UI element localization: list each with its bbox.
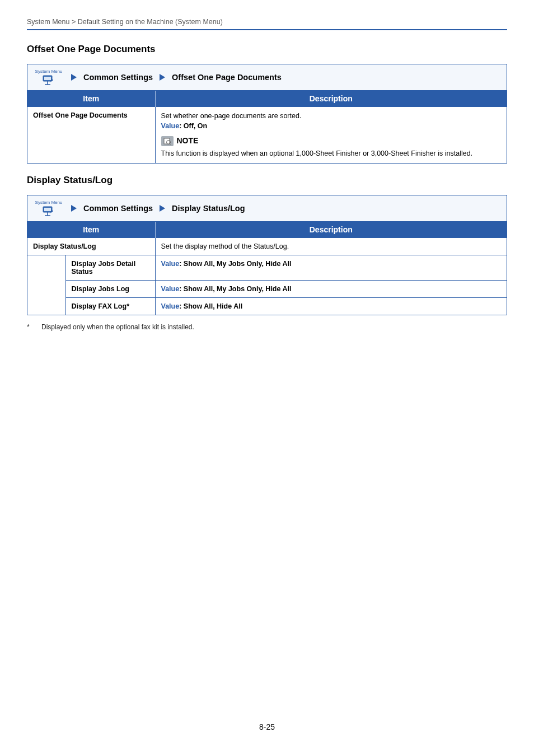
cell-subitem: Display Jobs Detail Status <box>65 255 155 281</box>
note-label: NOTE <box>177 136 199 147</box>
breadcrumb-level1: Common Settings <box>83 204 153 213</box>
cell-description: Value: Show All, My Jobs Only, Hide All <box>155 281 507 298</box>
chevron-icon <box>158 73 166 82</box>
cell-item: Offset One Page Documents <box>27 107 155 164</box>
cell-description: Value: Show All, My Jobs Only, Hide All <box>155 255 507 281</box>
chevron-icon <box>70 204 78 213</box>
page-number: 8-25 <box>0 722 534 731</box>
svg-rect-1 <box>44 77 51 80</box>
breadcrumb-level2: Offset One Page Documents <box>172 73 282 82</box>
desc-text: Set whether one-page documents are sorte… <box>161 112 302 120</box>
value-label: Value <box>161 122 180 130</box>
th-description: Description <box>155 222 507 238</box>
value-label: Value <box>161 260 180 268</box>
th-item: Item <box>27 91 155 107</box>
th-item: Item <box>27 222 155 238</box>
footnote: * Displayed only when the optional fax k… <box>27 323 507 331</box>
cell-description: Set whether one-page documents are sorte… <box>155 107 507 164</box>
cell-subitem: Display FAX Log* <box>65 298 155 315</box>
svg-rect-6 <box>44 208 51 211</box>
cell-description: Set the display method of the Status/Log… <box>155 238 507 255</box>
value-text: : Off, On <box>179 122 207 130</box>
value-label: Value <box>161 285 180 293</box>
table-offset: Item Description Offset One Page Documen… <box>27 91 507 163</box>
th-description: Description <box>155 91 507 107</box>
breadcrumb-level2: Display Status/Log <box>172 204 245 213</box>
panel-displaystatus: System Menu Common Settings Display Stat… <box>27 195 507 315</box>
section-title-offset: Offset One Page Documents <box>27 44 507 55</box>
chevron-icon <box>158 204 166 213</box>
cell-item: Display Status/Log <box>27 238 155 255</box>
chevron-icon <box>70 73 78 82</box>
cell-description: Value: Show All, Hide All <box>155 298 507 315</box>
value-text: : Show All, Hide All <box>179 302 242 310</box>
breadcrumb-level1: Common Settings <box>83 73 153 82</box>
panel-offset: System Menu Common Settings Offset One P… <box>27 64 507 164</box>
value-text: : Show All, My Jobs Only, Hide All <box>179 260 291 268</box>
value-label: Value <box>161 302 180 310</box>
footnote-asterisk: * <box>27 323 32 331</box>
cell-subitem: Display Jobs Log <box>65 281 155 298</box>
footnote-text: Displayed only when the optional fax kit… <box>41 323 194 331</box>
svg-line-4 <box>170 143 171 144</box>
system-menu-icon: System Menu <box>33 200 64 217</box>
section-title-displaystatus: Display Status/Log <box>27 175 507 186</box>
breadcrumb-header: System Menu > Default Setting on the Mac… <box>27 18 507 30</box>
value-text: : Show All, My Jobs Only, Hide All <box>179 285 291 293</box>
panel-breadcrumb-displaystatus: System Menu Common Settings Display Stat… <box>27 195 507 222</box>
note-icon <box>161 136 174 146</box>
system-menu-icon: System Menu <box>33 69 64 86</box>
cell-empty <box>27 255 65 315</box>
note-body: This function is displayed when an optio… <box>161 150 473 157</box>
panel-breadcrumb-offset: System Menu Common Settings Offset One P… <box>27 64 507 91</box>
table-displaystatus: Item Description Display Status/Log Set … <box>27 222 507 315</box>
